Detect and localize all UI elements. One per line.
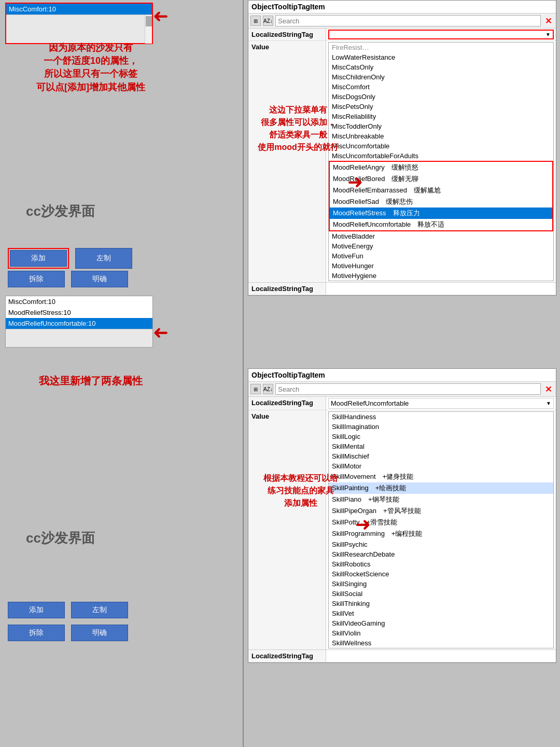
dropdown-item-stress[interactable]: MoodReliefStress 释放压力 [330,208,552,219]
bottom-localized-final-value [326,650,556,662]
sofa-item-uncomfortable[interactable]: MoodReliefUncomfortable:10 [6,318,152,329]
skill-social[interactable]: SkillSocial [329,589,553,599]
localized-string-tag-row: LocalizedStringTag ▼ [248,29,556,41]
bottom-localized-dropdown[interactable]: MoodReliefUncomfortable ▼ [328,398,554,409]
skill-videogaming[interactable]: SkillVideoGaming [329,618,553,628]
right-panel: ObjectTooltipTagItem ⊞ AZ↓ ✕ LocalizedSt… [244,0,560,747]
sort-icon-2[interactable]: AZ↓ [263,16,273,26]
value-content: FireResist… LowWaterResistance MiscCatsO… [326,41,556,282]
confirm-button-top[interactable]: 明确 [71,271,128,287]
bottom-sort-icon-1[interactable]: ⊞ [250,384,261,394]
sofa-panel-top: MiscComfort:10 [5,3,153,44]
skill-logic[interactable]: SkillLogic [329,432,553,441]
skill-mental[interactable]: SkillMental [329,441,553,451]
sofa-item-misc-comfort[interactable]: MiscComfort:10 [6,4,152,15]
dropdown-item-lowwater[interactable]: LowWaterResistance [329,52,553,62]
annotation-top: 因为原本的沙发只有一个舒适度10的属性，所以这里只有一个标签可以点[添加]增加其… [3,42,179,94]
copy-button-bottom[interactable]: 左制 [71,602,128,618]
dropdown-item-motivebladder[interactable]: MotiveBladder [329,231,553,241]
skill-singing[interactable]: SkillSinging [329,579,553,589]
bottom-search-input[interactable] [275,383,541,395]
dropdown-item-fireresist[interactable]: FireResist… [329,43,553,52]
sofa-panel-bottom: MiscComfort:10 MoodReliefStress:10 MoodR… [5,296,153,348]
add-button-bottom[interactable]: 添加 [8,602,65,618]
dropdown-item-motivehygiene[interactable]: MotiveHygiene [329,271,553,281]
skill-wellness[interactable]: SkillWellness [329,638,553,648]
bottom-tooltip-panel: ObjectTooltipTagItem ⊞ AZ↓ ✕ LocalizedSt… [248,368,556,663]
sofa-item-stress[interactable]: MoodReliefStress:10 [6,307,152,318]
dropdown-item-bored[interactable]: MoodReliefBored 缓解无聊 [330,173,552,185]
skill-mischief[interactable]: SkillMischief [329,451,553,461]
bottom-tooltip-title: ObjectTooltipTagItem [248,369,556,382]
top-toolbar: ⊞ AZ↓ ✕ [248,13,556,29]
skill-motor[interactable]: SkillMotor [329,461,553,471]
dropdown-item-motivefun[interactable]: MotiveFun [329,251,553,261]
annotation-skill: 根据本教程还可以给练习技能点的家具添加属性 [246,472,355,509]
bottom-localized-tag-final-row: LocalizedStringTag [248,649,556,662]
skill-violin[interactable]: SkillViolin [329,628,553,638]
dropdown-item-motiveenergy[interactable]: MotiveEnergy [329,241,553,251]
skill-rocketscience[interactable]: SkillRocketScience [329,569,553,579]
dropdown-item-miscuncomfortadult[interactable]: MiscUncomfortableForAdults [329,151,553,161]
delete-button-bottom[interactable]: 拆除 [8,625,65,641]
bottom-dropdown-arrow: ▼ [546,400,551,406]
value-row: Value FireResist… LowWaterResistance Mis… [248,41,556,282]
localized-label: LocalizedStringTag [248,29,326,40]
dropdown-item-misctoddler[interactable]: MiscToddlerOnly [329,121,553,131]
button-row-bottom: 添加 左制 [8,602,128,618]
skill-thinking[interactable]: SkillThinking [329,599,553,608]
arrow-to-bottom: ➜ [153,322,169,343]
dropdown-item-embarrassed[interactable]: MoodReliefEmbarrassed 缓解尴尬 [330,185,552,196]
cc-label-top: cc沙发界面 [26,202,95,220]
bottom-toolbar: ⊞ AZ↓ ✕ [248,382,556,397]
sort-icon-1[interactable]: ⊞ [250,16,261,26]
sofa-item-misc[interactable]: MiscComfort:10 [6,296,152,307]
dropdown-item-miscpets[interactable]: MiscPetsOnly [329,102,553,112]
dropdown-item-miscdogs[interactable]: MiscDogsOnly [329,92,553,102]
dropdown-item-misccomfort[interactable]: MiscComfort [329,82,553,92]
top-tooltip-title: ObjectTooltipTagItem [248,1,556,13]
top-close-icon[interactable]: ✕ [543,16,554,26]
dropdown-arrow-icon: ▼ [545,32,551,37]
confirm-button-bottom[interactable]: 明确 [71,625,128,641]
annotation-dropdown: 这边下拉菜单有很多属性可以添加，舒适类家具一般使用mood开头的就行 [246,104,350,154]
skill-imagination[interactable]: SkillImagination [329,422,553,432]
skill-vet[interactable]: SkillVet [329,608,553,618]
dropdown-item-miscchildren[interactable]: MiscChildrenOnly [329,72,553,82]
delete-button-top[interactable]: 拆除 [8,271,65,287]
copy-button-top[interactable]: 左制 [75,248,132,269]
dropdown-item-miscuncomfort[interactable]: MiscUncomfortable [329,141,553,151]
skill-movement[interactable]: SkillMovement +健身技能 [329,471,553,482]
localized-dropdown[interactable]: ▼ [328,30,554,39]
bottom-close-icon[interactable]: ✕ [543,384,554,394]
dropdown-item-angry[interactable]: MoodReliefAngry 缓解愤怒 [330,162,552,173]
skill-psychic[interactable]: SkillPsychic [329,540,553,549]
button-row-top-2: 拆除 明确 [8,271,128,287]
bottom-sort-icon-2[interactable]: AZ↓ [263,384,273,394]
value-label: Value [248,41,326,282]
dropdown-item-motivehunger[interactable]: MotiveHunger [329,261,553,271]
localized-value-container: ▼ [326,29,556,40]
dropdown-item-uncomfortable[interactable]: MoodReliefUncomfortable 释放不适 [330,219,552,230]
arrow-to-dropdown: ➜ [347,171,363,193]
top-search-input[interactable] [275,15,541,26]
skill-researchdebate[interactable]: SkillResearchDebate [329,549,553,559]
skill-handiness[interactable]: SkillHandiness [329,412,553,422]
skill-painting[interactable]: SkillPainting +绘画技能 [329,482,553,494]
bottom-localized-final-label: LocalizedStringTag [248,650,326,662]
skill-piano[interactable]: SkillPiano +钢琴技能 [329,494,553,505]
bottom-localized-label: LocalizedStringTag [248,397,326,410]
top-dropdown-list: FireResist… LowWaterResistance MiscCatsO… [328,42,554,281]
dropdown-item-miscunbreak[interactable]: MiscUnbreakable [329,131,553,141]
dropdown-item-miscrel[interactable]: MiscReliablility [329,112,553,121]
left-panel: MiscComfort:10 ➜ 因为原本的沙发只有一个舒适度10的属性，所以这… [0,0,244,747]
dropdown-item-sad[interactable]: MoodReliefSad 缓解悲伤 [330,196,552,208]
dropdown-item-misccats[interactable]: MiscCatsOnly [329,62,553,72]
skill-robotics[interactable]: SkillRobotics [329,559,553,569]
arrow-to-top-panel: ➜ [153,5,169,27]
bottom-localized-row: LocalizedStringTag MoodReliefUncomfortab… [248,397,556,410]
bottom-localized-text: MoodReliefUncomfortable [331,399,409,407]
add-button-top[interactable]: 添加 [10,250,67,267]
localized-string-tag-bottom-row: LocalizedStringTag [248,282,556,295]
localized-bottom-value [326,283,556,295]
